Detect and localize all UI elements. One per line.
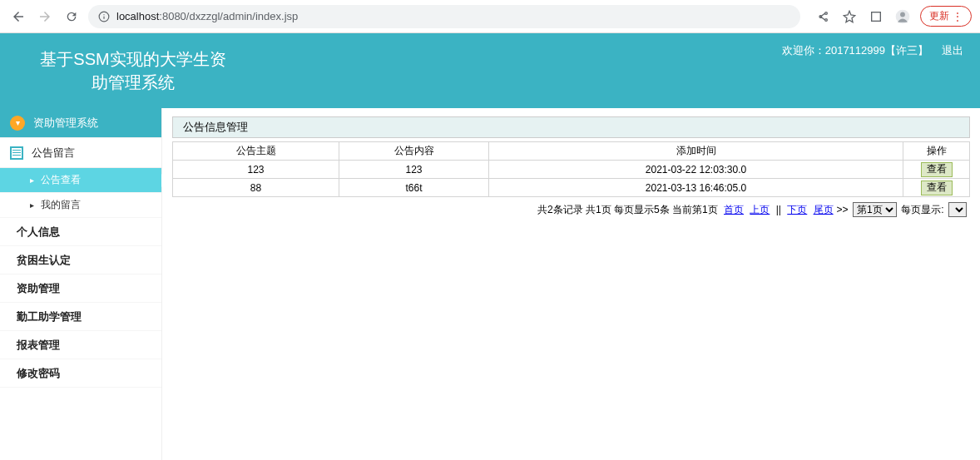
url-host: localhost	[116, 10, 159, 22]
sidebar: ▾ 资助管理系统 公告留言 ▸ 公告查看 ▸ 我的留言 个人信息 贫困生认定 资…	[0, 108, 162, 460]
table-row: 88 t66t 2021-03-13 16:46:05.0 查看	[173, 179, 970, 197]
app-title: 基于SSM实现的大学生资 助管理系统	[33, 47, 233, 94]
pager-last[interactable]: 尾页	[814, 204, 834, 215]
back-icon[interactable]	[8, 7, 28, 27]
sidebar-item-workstudy[interactable]: 勤工助学管理	[0, 303, 161, 331]
star-icon[interactable]	[840, 7, 859, 26]
profile-icon[interactable]	[893, 7, 912, 26]
table-row: 123 123 2021-03-22 12:03:30.0 查看	[173, 161, 970, 179]
extensions-icon[interactable]	[867, 7, 885, 26]
svg-point-5	[900, 12, 905, 17]
update-label: 更新	[929, 9, 949, 23]
share-icon[interactable]	[814, 7, 832, 26]
col-time: 添加时间	[489, 142, 903, 161]
panel-title: 公告信息管理	[172, 116, 970, 138]
pagination: 共2条记录 共1页 每页显示5条 当前第1页 首页 上页 || 下页 尾页>> …	[172, 197, 970, 222]
svg-rect-3	[872, 12, 881, 21]
sidebar-item-password[interactable]: 修改密码	[0, 359, 161, 388]
menu-dots-icon: ⋮	[953, 11, 963, 22]
update-button[interactable]: 更新 ⋮	[920, 6, 972, 27]
pager-size-select[interactable]	[948, 202, 967, 217]
pager-prev[interactable]: 上页	[750, 204, 770, 215]
pager-page-select[interactable]: 第1页	[853, 202, 897, 217]
arrow-right-icon: ▸	[30, 176, 34, 185]
browser-actions: 更新 ⋮	[814, 6, 972, 27]
arrow-right-icon: ▸	[30, 200, 34, 210]
sidebar-item-reports[interactable]: 报表管理	[0, 331, 161, 359]
chevron-down-icon: ▾	[10, 116, 25, 131]
sidebar-sub-my-messages[interactable]: ▸ 我的留言	[0, 193, 161, 218]
browser-toolbar: localhost:8080/dxzzgl/admin/index.jsp 更新…	[0, 0, 980, 33]
info-icon	[98, 11, 110, 22]
sidebar-item-aid[interactable]: 资助管理	[0, 275, 161, 303]
sidebar-sub-view-notices[interactable]: ▸ 公告查看	[0, 168, 161, 193]
app-header: 基于SSM实现的大学生资 助管理系统 欢迎你：2017112999【许三】 退出	[0, 33, 980, 108]
reload-icon[interactable]	[62, 7, 82, 27]
forward-icon[interactable]	[35, 7, 55, 27]
url-path: :8080/dxzzgl/admin/index.jsp	[159, 10, 298, 22]
pager-summary: 共2条记录 共1页 每页显示5条 当前第1页	[537, 204, 718, 215]
notices-table: 公告主题 公告内容 添加时间 操作 123 123 2021-03-22 12:…	[172, 141, 970, 197]
pager-first[interactable]: 首页	[724, 204, 744, 215]
list-icon	[10, 146, 23, 160]
sidebar-item-poverty[interactable]: 贫困生认定	[0, 246, 161, 275]
content-area: 公告信息管理 公告主题 公告内容 添加时间 操作 123 123 2021-03…	[162, 108, 980, 460]
col-topic: 公告主题	[173, 142, 339, 161]
sidebar-group-notices[interactable]: 公告留言	[0, 138, 161, 168]
welcome-text: 欢迎你：2017112999【许三】	[782, 43, 928, 58]
address-bar[interactable]: localhost:8080/dxzzgl/admin/index.jsp	[88, 5, 800, 28]
sidebar-system-header[interactable]: ▾ 资助管理系统	[0, 108, 161, 138]
sidebar-item-personal[interactable]: 个人信息	[0, 218, 161, 246]
view-button[interactable]: 查看	[921, 162, 953, 177]
col-action: 操作	[903, 142, 970, 161]
view-button[interactable]: 查看	[921, 181, 953, 195]
col-content: 公告内容	[339, 142, 489, 161]
logout-link[interactable]: 退出	[942, 43, 963, 58]
pager-next[interactable]: 下页	[787, 204, 807, 215]
